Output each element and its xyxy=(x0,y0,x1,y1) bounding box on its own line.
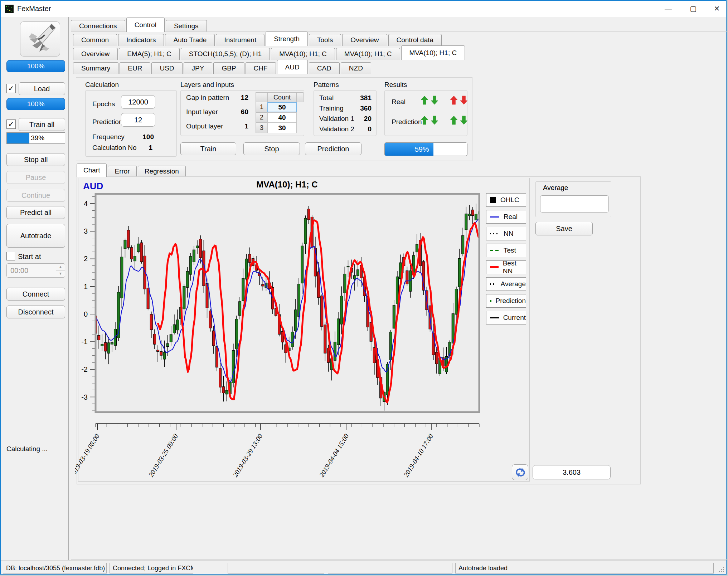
predictions-input[interactable] xyxy=(121,113,155,127)
spinner-up-icon[interactable]: ▲ xyxy=(56,264,65,270)
train-all-button[interactable]: Train all xyxy=(19,118,65,131)
status-bar: DB: localhost/3055 (fexmaster.fdb)Connec… xyxy=(1,560,726,574)
legend-item-best-nn[interactable]: Best NN xyxy=(486,260,526,274)
layers-group-label: Layers and inputs xyxy=(180,81,234,89)
tab-mva-10-h1-c-4[interactable]: MVA(10); H1; C xyxy=(336,48,400,60)
tab-connections[interactable]: Connections xyxy=(71,20,125,32)
start-at-checkbox[interactable] xyxy=(6,252,15,260)
start-time-value: 00:00 xyxy=(10,267,28,275)
legend-swatch-nn xyxy=(490,233,499,234)
tab-ema-5-h1-c-1[interactable]: EMA(5); H1; C xyxy=(119,48,180,60)
tab-error[interactable]: Error xyxy=(108,166,136,177)
tab-instrument[interactable]: Instrument xyxy=(216,34,264,46)
down-arrow-icon xyxy=(430,115,439,125)
window-title: FexMaster xyxy=(17,5,51,13)
frequency-label: Frequency xyxy=(92,133,125,141)
spinner-down-icon[interactable]: ▼ xyxy=(56,270,65,277)
autotrade-button[interactable]: Autotrade xyxy=(6,224,65,248)
patterns-row-value: 0 xyxy=(344,125,372,133)
count-value-cell-2[interactable]: 40 xyxy=(267,112,297,123)
train-all-checkbox[interactable]: ✓ xyxy=(6,119,16,129)
epochs-input[interactable] xyxy=(121,95,155,109)
legend-item-prediction[interactable]: Prediction xyxy=(486,294,526,308)
layers-row-label: Gap in pattern xyxy=(186,94,229,102)
count-row-header-2[interactable]: 2 xyxy=(256,112,268,123)
status-field-2 xyxy=(228,563,324,573)
close-button[interactable]: ✕ xyxy=(709,1,725,16)
tab-chart[interactable]: Chart xyxy=(77,163,107,177)
legend-label: Average xyxy=(501,280,526,288)
tab-cad[interactable]: CAD xyxy=(309,62,340,74)
tab-auto-trade[interactable]: Auto Trade xyxy=(165,34,215,46)
tab-control-data[interactable]: Control data xyxy=(388,34,442,46)
layers-row-value: 60 xyxy=(226,108,248,116)
count-value-cell-3[interactable]: 30 xyxy=(267,123,297,133)
svg-text:1: 1 xyxy=(84,283,88,291)
legend-item-test[interactable]: Test xyxy=(486,244,526,257)
prediction-button[interactable]: Prediction xyxy=(305,142,361,155)
app-icon xyxy=(5,5,14,13)
legend-label: OHLC xyxy=(500,196,519,204)
patterns-row-value: 381 xyxy=(344,94,372,102)
save-button[interactable]: Save xyxy=(535,222,593,235)
tab-overview-0[interactable]: Overview xyxy=(73,48,118,60)
svg-text:-3: -3 xyxy=(81,393,88,401)
legend-swatch-prediction xyxy=(490,300,491,302)
count-row-header-3[interactable]: 3 xyxy=(256,123,268,133)
legend-item-ohlc[interactable]: OHLC xyxy=(486,193,526,207)
continue-button[interactable]: Continue xyxy=(6,189,65,202)
tab-common[interactable]: Common xyxy=(73,34,117,46)
pause-button[interactable]: Pause xyxy=(6,171,65,184)
tab-mva-10-h1-c-3[interactable]: MVA(10); H1; C xyxy=(271,48,335,60)
legend-swatch-test xyxy=(490,250,499,251)
stop-all-button[interactable]: Stop all xyxy=(6,153,65,166)
average-input[interactable] xyxy=(540,195,609,213)
legend-label: Best NN xyxy=(503,259,526,275)
status-field-0: DB: localhost/3055 (fexmaster.fdb) xyxy=(3,563,107,573)
stop-button[interactable]: Stop xyxy=(243,142,300,155)
load-checkbox[interactable]: ✓ xyxy=(6,84,16,93)
start-time-spinner[interactable]: 00:00 ▲ ▼ xyxy=(6,263,65,278)
tab-overview[interactable]: Overview xyxy=(342,34,387,46)
svg-text:0: 0 xyxy=(84,310,88,318)
train-button[interactable]: Train xyxy=(180,142,236,155)
legend-item-current[interactable]: Current xyxy=(486,311,526,324)
legend-item-average[interactable]: Average xyxy=(486,277,526,291)
tab-eur[interactable]: EUR xyxy=(120,62,150,74)
tab-mva-10-h1-c-5[interactable]: MVA(10); H1; C xyxy=(401,45,465,60)
count-value-cell-1[interactable]: 50 xyxy=(267,102,297,112)
tab-strength[interactable]: Strength xyxy=(266,31,308,46)
tab-chf[interactable]: CHF xyxy=(246,62,276,74)
minimize-button[interactable]: — xyxy=(660,1,676,16)
legend-item-nn[interactable]: NN xyxy=(486,227,526,240)
tab-stoch-10-5-5-d-h1-2[interactable]: STOCH(10,5,5); (D); H1 xyxy=(181,48,270,60)
tab-nzd[interactable]: NZD xyxy=(341,62,371,74)
results-group-label: Results xyxy=(384,81,407,89)
epochs-label: Epochs xyxy=(92,100,115,108)
chart-value-field[interactable] xyxy=(533,465,611,479)
tab-settings[interactable]: Settings xyxy=(166,20,207,32)
disconnect-button[interactable]: Disconnect xyxy=(6,306,65,318)
connect-button[interactable]: Connect xyxy=(6,288,65,301)
patterns-row-label: Total xyxy=(319,94,334,102)
count-row-header-1[interactable]: 1 xyxy=(256,102,268,112)
tab-usd[interactable]: USD xyxy=(151,62,182,74)
tab-regression[interactable]: Regression xyxy=(138,166,186,177)
refresh-button[interactable] xyxy=(512,464,528,480)
down-arrow-icon xyxy=(460,95,468,105)
title-bar: FexMaster — ▢ ✕ xyxy=(1,1,726,17)
tab-control[interactable]: Control xyxy=(126,18,165,32)
legend-label: Test xyxy=(504,246,516,254)
resize-grip-icon[interactable] xyxy=(719,567,724,572)
tab-aud[interactable]: AUD xyxy=(277,60,308,74)
predict-all-button[interactable]: Predict all xyxy=(6,206,65,219)
tab-summary[interactable]: Summary xyxy=(73,62,118,74)
maximize-button[interactable]: ▢ xyxy=(685,1,702,16)
load-button[interactable]: Load xyxy=(19,82,65,95)
tab-gbp[interactable]: GBP xyxy=(213,62,244,74)
tab-tools[interactable]: Tools xyxy=(309,34,341,46)
start-at-label: Start at xyxy=(18,253,41,261)
tab-indicators[interactable]: Indicators xyxy=(118,34,164,46)
legend-item-real[interactable]: Real xyxy=(486,210,526,224)
tab-jpy[interactable]: JPY xyxy=(184,62,213,74)
